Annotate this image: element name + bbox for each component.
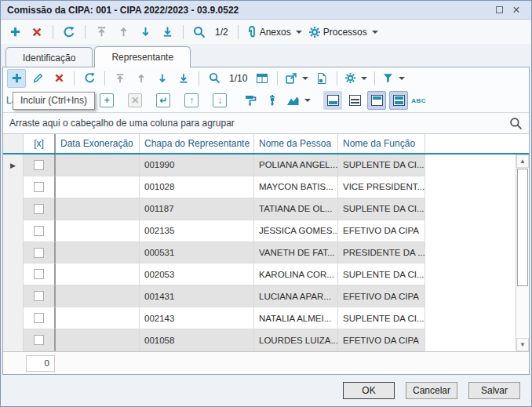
move-down-button[interactable] — [136, 23, 155, 42]
filter-button[interactable] — [381, 69, 406, 88]
table-row[interactable]: 001058 LOURDES LUIZA... EFETIVO DA CIPA — [3, 329, 529, 351]
add-record-button[interactable] — [5, 23, 24, 42]
move-first-button[interactable] — [92, 23, 111, 42]
format-painter-button[interactable] — [241, 91, 260, 110]
row-indicator-cell — [3, 329, 24, 351]
layout-bands-toggle[interactable] — [389, 91, 408, 110]
main-toolbar: 1/2 Anexos Processos — [1, 20, 531, 44]
grid-header-row: [x] Data Exoneração Chapa do Representan… — [3, 134, 529, 154]
arrow-down-icon — [157, 73, 168, 84]
dialog-footer: OK Cancelar Salvar — [1, 374, 531, 406]
cell-nome-pessoa: MAYCON BATIS... — [254, 176, 338, 198]
scroll-thumb[interactable] — [517, 169, 528, 286]
row-up-button[interactable]: ↑ — [184, 93, 199, 107]
layout-rows-toggle[interactable] — [345, 91, 364, 110]
row-indicator-cell — [3, 263, 24, 285]
row-checkbox[interactable] — [34, 335, 44, 345]
cell-nome-funcao: EFETIVO DA CIPA — [338, 329, 425, 351]
grid-refresh-button[interactable] — [80, 69, 99, 88]
group-by-hint: Arraste aqui o cabeçalho de uma coluna p… — [9, 118, 509, 129]
grid-last-button[interactable] — [174, 69, 193, 88]
grid-search-button[interactable] — [205, 69, 224, 88]
close-button[interactable]: × — [508, 3, 525, 17]
anexos-label: Anexos — [260, 27, 291, 38]
layout-footer-toggle[interactable] — [323, 91, 342, 110]
cell-filler — [425, 263, 529, 285]
row-checkbox-cell — [24, 220, 56, 242]
toolbar-separator — [277, 71, 278, 85]
maximize-button[interactable] — [490, 3, 508, 17]
grid-up-button[interactable] — [132, 69, 151, 88]
export-button[interactable] — [283, 69, 310, 88]
cell-nome-funcao: PRESIDENTE DA ... — [338, 242, 425, 264]
table-row[interactable]: 001187 TATIANA DE OL... SUPLENTE DA CI..… — [3, 198, 529, 220]
columns-button[interactable] — [253, 69, 271, 88]
row-checkbox[interactable] — [34, 248, 44, 258]
table-row[interactable]: 002143 NATALIA ALMEI... SUPLENTE DA CI..… — [3, 307, 529, 329]
header-nome-pessoa[interactable]: Nome da Pessoa — [254, 134, 338, 153]
header-nome-funcao[interactable]: Nome da Função — [338, 134, 425, 153]
row-checkbox[interactable] — [34, 291, 44, 301]
table-row[interactable]: 001431 LUCIANA APAR... EFETIVO DA CIPA — [3, 285, 529, 307]
row-checkbox[interactable] — [34, 160, 44, 170]
header-chapa[interactable]: Chapa do Representante — [140, 134, 254, 153]
chart-button[interactable] — [285, 91, 312, 110]
refresh-button[interactable] — [60, 23, 78, 42]
post-row-button[interactable]: ↵ — [156, 93, 170, 107]
header-checkbox-column[interactable]: [x] — [24, 134, 56, 153]
scroll-track[interactable] — [516, 168, 529, 338]
cell-nome-pessoa: LUCIANA APAR... — [254, 285, 338, 307]
pin-button[interactable] — [263, 91, 282, 110]
row-checkbox[interactable] — [34, 182, 44, 192]
dialog-window: Comissão da CIPA: 001 - CIPA 2022/2023 -… — [0, 0, 532, 407]
group-by-bar: Arraste aqui o cabeçalho de uma coluna p… — [3, 112, 529, 134]
table-row[interactable]: 002053 KAROLINA COR... SUPLENTE DA CI... — [3, 263, 529, 285]
cell-nome-pessoa: TATIANA DE OL... — [254, 198, 338, 220]
row-checkbox[interactable] — [34, 313, 44, 323]
anexos-button[interactable]: Anexos — [245, 23, 304, 42]
tab-representante[interactable]: Representante — [94, 46, 191, 67]
tab-identificacao[interactable]: Identificação — [5, 47, 93, 67]
row-checkbox[interactable] — [34, 204, 44, 214]
row-down-button[interactable]: ↓ — [213, 93, 227, 107]
row-checkbox[interactable] — [34, 226, 44, 236]
arrow-top-icon — [115, 73, 126, 84]
row-indicator-cell — [3, 198, 24, 220]
search-button[interactable] — [190, 23, 209, 42]
incluir-button[interactable] — [7, 69, 26, 88]
abc-spellcheck-icon[interactable]: ABC — [411, 97, 426, 104]
layout-header-toggle[interactable] — [367, 91, 386, 110]
table-row[interactable]: 002135 JÉSSICA GOMES... EFETIVO DA CIPA — [3, 220, 529, 242]
cancelar-button[interactable]: Cancelar — [406, 382, 457, 399]
header-data-exoneracao[interactable]: Data Exoneração — [56, 134, 140, 153]
grid-settings-button[interactable] — [343, 69, 369, 88]
row-checkbox[interactable] — [34, 269, 44, 279]
grid-down-button[interactable] — [153, 69, 172, 88]
move-up-button[interactable] — [114, 23, 133, 42]
cell-data-exoneracao — [56, 154, 140, 176]
processos-button[interactable]: Processos — [307, 23, 380, 42]
maximize-icon — [496, 6, 503, 13]
move-last-button[interactable] — [158, 23, 177, 42]
cell-nome-funcao: SUPLENTE DA CI... — [338, 307, 425, 329]
cell-filler — [425, 242, 529, 264]
document-button[interactable] — [312, 69, 331, 88]
refresh-icon — [84, 72, 96, 84]
representante-tab-page: 1/10 La — [2, 67, 530, 375]
grid-search-icon[interactable] — [509, 117, 523, 130]
row-checkbox-cell — [24, 285, 56, 307]
table-row[interactable]: 001028 MAYCON BATIS... VICE PRESIDENT... — [3, 176, 529, 198]
toolbar-separator — [374, 71, 375, 85]
edit-button[interactable] — [28, 69, 47, 88]
insert-row-button[interactable]: + — [100, 93, 114, 107]
table-row[interactable]: ▶ 001990 POLIANA ANGEL... SUPLENTE DA CI… — [3, 154, 529, 176]
scroll-up-button[interactable]: ▲ — [516, 154, 529, 168]
ok-button[interactable]: OK — [343, 382, 395, 399]
salvar-button[interactable]: Salvar — [468, 382, 520, 399]
grid-first-button[interactable] — [111, 69, 129, 88]
table-row[interactable]: 000531 VANETH DE FAT... PRESIDENTE DA ..… — [3, 242, 529, 264]
scroll-down-button[interactable]: ▼ — [516, 338, 529, 351]
delete-record-button[interactable] — [27, 23, 46, 42]
vertical-scrollbar[interactable]: ▲ ▼ — [516, 154, 529, 351]
delete-button[interactable] — [49, 69, 68, 88]
